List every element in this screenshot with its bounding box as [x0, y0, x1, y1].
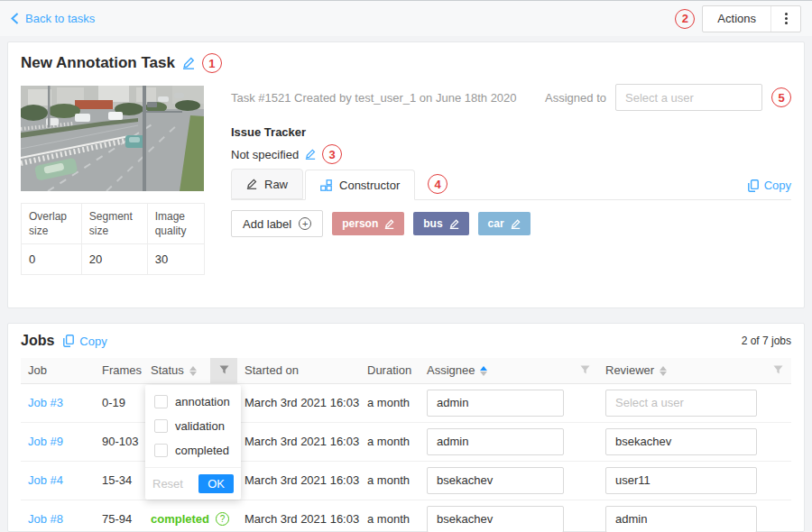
funnel-icon [214, 365, 234, 375]
duration-value: a month [360, 461, 420, 500]
assignee-input[interactable] [427, 428, 564, 455]
funnel-icon [768, 365, 788, 375]
reviewer-input[interactable] [605, 390, 757, 417]
checkbox-validation[interactable] [154, 419, 168, 433]
reviewer-input[interactable] [605, 506, 757, 532]
tab-constructor[interactable]: Constructor [305, 170, 415, 200]
jobs-table: Job Frames Status Started on Duration As… [21, 358, 791, 532]
pencil-icon[interactable] [511, 219, 521, 229]
table-row: Job #9 90-103 March 3rd 2021 16:03 a mon… [21, 422, 791, 461]
build-icon [320, 179, 332, 191]
job-9-link[interactable]: Job #9 [28, 435, 63, 448]
copy-jobs-link[interactable]: Copy [63, 335, 106, 348]
actions-split-button: Actions [702, 5, 801, 32]
filter-ok-button[interactable]: OK [198, 474, 234, 493]
filter-reset-button[interactable]: Reset [152, 477, 183, 491]
assignee-input[interactable] [427, 467, 564, 494]
column-job: Job [21, 358, 95, 383]
tab-constructor-label: Constructor [339, 179, 400, 192]
add-label-text: Add label [243, 217, 291, 231]
frames-value: 75-94 [95, 500, 143, 532]
table-row: Job #3 0-19 March 3rd 2021 16:03 a month [21, 383, 791, 422]
job-4-link[interactable]: Job #4 [28, 473, 63, 487]
copy-labels-label: Copy [764, 179, 791, 192]
label-chip-bus-name: bus [423, 217, 442, 230]
table-row: Job #4 15-34 March 3rd 2021 16:03 a mont… [21, 461, 791, 500]
jobs-count: 2 of 7 jobs [742, 335, 791, 347]
annotation-circle-1: 1 [202, 53, 222, 73]
assigned-to-input[interactable] [615, 84, 762, 111]
assignee-input[interactable] [427, 390, 564, 417]
column-duration: Duration [360, 358, 420, 383]
column-frames: Frames [95, 358, 143, 383]
status-filter-dropdown: annotation validation completed Reset OK [145, 385, 241, 500]
edit-issue-tracker-icon[interactable] [305, 149, 316, 160]
chevron-left-icon [11, 13, 19, 24]
add-label-button[interactable]: Add label + [231, 210, 323, 237]
overlap-size-header: Overlap size [22, 204, 82, 244]
top-bar: Back to tasks 2 Actions [0, 0, 812, 36]
started-on-value: March 3rd 2021 16:03 [237, 422, 360, 461]
assignee-filter-button[interactable] [571, 358, 598, 383]
filter-option-annotation-label: annotation [175, 395, 230, 408]
column-status[interactable]: Status [143, 358, 210, 383]
pencil-icon[interactable] [449, 219, 459, 229]
pencil-icon [246, 179, 257, 189]
started-on-value: March 3rd 2021 16:03 [237, 461, 360, 500]
status-filter-button[interactable] [210, 358, 237, 383]
assignee-sort-icon[interactable] [480, 366, 487, 376]
reviewer-input[interactable] [605, 467, 757, 494]
pencil-icon[interactable] [384, 219, 394, 229]
job-8-link[interactable]: Job #8 [28, 512, 63, 526]
copy-labels-link[interactable]: Copy [748, 179, 791, 192]
duration-value: a month [360, 500, 420, 532]
label-chip-bus[interactable]: bus [413, 212, 468, 235]
more-actions-icon[interactable] [771, 6, 800, 32]
annotation-circle-4: 4 [428, 174, 448, 194]
job-3-link[interactable]: Job #3 [28, 396, 63, 409]
task-parameters-table: Overlap size Segment size Image quality … [21, 203, 205, 275]
segment-size-value: 20 [81, 244, 147, 275]
edit-title-icon[interactable] [182, 57, 195, 69]
duration-value: a month [360, 383, 420, 422]
tab-raw[interactable]: Raw [231, 169, 303, 199]
overlap-size-value: 0 [22, 244, 82, 275]
frames-value: 0-19 [95, 383, 143, 422]
label-chip-car[interactable]: car [478, 212, 531, 235]
started-on-value: March 3rd 2021 16:03 [237, 500, 360, 532]
status-completed-badge: completed ? [151, 512, 229, 526]
reviewer-filter-button[interactable] [764, 358, 791, 383]
segment-size-header: Segment size [81, 204, 147, 244]
annotation-circle-3: 3 [322, 144, 342, 164]
jobs-card: Jobs Copy 2 of 7 jobs Job Frames Status [7, 323, 805, 532]
assignee-input[interactable] [427, 506, 564, 532]
filter-option-validation-label: validation [175, 419, 225, 433]
question-circle-icon[interactable]: ? [216, 512, 229, 526]
checkbox-completed[interactable] [154, 444, 168, 457]
back-to-tasks-link[interactable]: Back to tasks [11, 12, 95, 25]
reviewer-sort-icon[interactable] [660, 366, 667, 376]
task-title: New Annotation Task [21, 54, 175, 72]
annotation-circle-2: 2 [675, 9, 695, 29]
image-quality-header: Image quality [147, 204, 204, 244]
checkbox-annotation[interactable] [154, 395, 168, 408]
issue-tracker-label: Issue Tracker [231, 125, 306, 139]
tab-raw-label: Raw [264, 178, 288, 191]
status-sort-icon[interactable] [189, 366, 197, 376]
filter-option-validation[interactable]: validation [145, 414, 241, 438]
reviewer-input[interactable] [605, 428, 757, 455]
column-reviewer[interactable]: Reviewer [598, 358, 764, 383]
jobs-title: Jobs [21, 333, 54, 349]
filter-option-completed[interactable]: completed [145, 438, 241, 463]
filter-option-annotation[interactable]: annotation [145, 390, 241, 414]
started-on-value: March 3rd 2021 16:03 [237, 383, 360, 422]
frames-value: 90-103 [95, 422, 143, 461]
column-assignee[interactable]: Assignee [420, 358, 571, 383]
copy-jobs-label: Copy [79, 335, 106, 348]
actions-button[interactable]: Actions [703, 6, 771, 32]
annotation-circle-5: 5 [771, 87, 791, 107]
label-chip-person[interactable]: person [332, 212, 404, 235]
label-chip-person-name: person [342, 217, 378, 230]
plus-circle-icon: + [299, 217, 311, 230]
funnel-icon [575, 365, 595, 375]
